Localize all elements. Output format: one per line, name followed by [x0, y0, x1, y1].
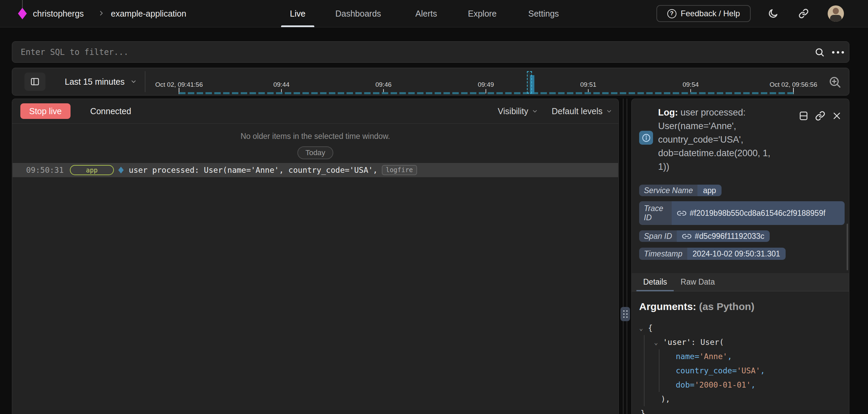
timeline-selected-bucket[interactable] — [527, 71, 532, 94]
tab-live[interactable]: Live — [290, 0, 305, 27]
info-level-icon — [639, 131, 653, 145]
today-button[interactable]: Today — [297, 146, 334, 159]
code-line: } — [639, 406, 844, 414]
chevron-down-icon — [606, 108, 612, 115]
chevron-down-icon — [532, 108, 538, 115]
divider — [145, 71, 145, 92]
time-range-selector[interactable]: Last 15 minutes — [65, 68, 137, 95]
tab-details[interactable]: Details — [636, 273, 674, 291]
code-line: ), — [639, 392, 844, 406]
stop-live-button[interactable]: Stop live — [20, 103, 71, 119]
code-token: 'Anne' — [699, 352, 727, 361]
code-line: { — [639, 321, 844, 335]
timeline-tick-label: 09:51 — [580, 81, 596, 88]
timeline-tick-label: 09:49 — [478, 81, 494, 88]
trace-id-label: Trace ID — [639, 201, 672, 225]
copy-link-icon[interactable] — [815, 110, 826, 121]
arguments-heading-text: Arguments: — [639, 301, 696, 312]
service-name-value: app — [697, 185, 721, 196]
live-panel-header: Stop live Connected Visibility Default l… — [12, 99, 618, 124]
log-message: user processed: User(name='Anne', countr… — [129, 166, 378, 174]
trace-id-pill[interactable]: Trace ID #f2019b98b550cd8a61546c2f918895… — [639, 201, 845, 225]
code-token: : — [691, 338, 701, 347]
zoom-in-icon[interactable] — [828, 75, 842, 89]
dark-mode-toggle[interactable] — [766, 7, 780, 20]
code-line: 'user' : User( — [639, 335, 844, 349]
detail-title-label: Log: — [658, 107, 678, 118]
timeline-tick-label: Oct 02, 09:41:56 — [155, 81, 203, 88]
connection-status: Connected — [90, 106, 131, 116]
timestamp-label: Timestamp — [639, 248, 687, 260]
collapse-chevron-icon[interactable] — [639, 324, 648, 332]
chevron-down-icon — [130, 78, 137, 85]
log-row-selected[interactable]: 09:50:31 app user processed: User(name='… — [13, 163, 618, 177]
splitter-rail — [627, 99, 627, 414]
sql-filter-input[interactable] — [12, 42, 784, 62]
default-levels-label: Default levels — [552, 106, 603, 116]
live-log-panel: Stop live Connected Visibility Default l… — [12, 99, 619, 414]
timeline-activity-baseline — [179, 92, 793, 94]
code-token: country_code= — [676, 366, 737, 375]
logfire-live-page: christophergs example-application Live D… — [0, 0, 868, 414]
code-token: } — [640, 409, 645, 414]
arguments-heading-suffix: (as Python) — [699, 301, 754, 312]
timeline-tick-label: 09:44 — [273, 81, 290, 88]
code-token: name= — [676, 352, 699, 361]
tab-settings[interactable]: Settings — [528, 0, 559, 27]
tab-dashboards[interactable]: Dashboards — [335, 0, 381, 27]
code-token: , — [760, 366, 765, 375]
code-token: dob= — [676, 380, 694, 389]
collapse-chevron-icon[interactable] — [654, 338, 663, 346]
code-line: country_code= 'USA' , — [639, 364, 844, 378]
code-token: , — [751, 380, 756, 389]
moon-icon — [768, 8, 778, 19]
arguments-heading: Arguments: (as Python) — [639, 301, 754, 312]
splitter-rail — [623, 99, 624, 414]
split-view-icon[interactable] — [798, 110, 809, 121]
code-token: '2000-01-01' — [694, 380, 751, 389]
code-token: 'USA' — [737, 366, 760, 375]
span-id-pill[interactable]: Span ID #d5c996f11192033c — [639, 230, 770, 242]
close-icon[interactable] — [831, 110, 842, 121]
share-link-button[interactable] — [797, 7, 810, 20]
scrollbar-thumb[interactable] — [847, 224, 848, 270]
search-icon[interactable] — [814, 47, 825, 57]
logfire-logo-icon[interactable] — [18, 8, 27, 19]
detail-panel-actions — [798, 110, 842, 121]
top-bar: christophergs example-application Live D… — [0, 0, 868, 27]
code-token: User( — [701, 338, 724, 347]
detail-title: Log: user processed: User(name='Anne', c… — [658, 106, 783, 173]
detail-tabs: Details Raw Data — [632, 273, 849, 291]
drag-dots-icon — [623, 310, 628, 318]
tab-raw-data[interactable]: Raw Data — [674, 273, 722, 291]
visibility-dropdown[interactable]: Visibility — [498, 106, 538, 116]
timestamp-value: 2024-10-02 09:50:31.301 — [687, 248, 786, 260]
more-options-icon[interactable] — [832, 51, 844, 54]
sidebar-toggle-button[interactable] — [24, 73, 45, 91]
timestamp-pill[interactable]: Timestamp 2024-10-02 09:50:31.301 — [639, 248, 786, 260]
timeline-tick-label: 09:46 — [375, 81, 392, 88]
split-panel-icon — [30, 77, 40, 86]
service-name-pill[interactable]: Service Name app — [639, 185, 722, 196]
link-icon — [677, 209, 686, 218]
code-line: name= 'Anne' , — [639, 349, 844, 364]
code-token: , — [727, 352, 732, 361]
log-detail-panel: Log: user processed: User(name='Anne', c… — [631, 99, 849, 414]
tab-explore[interactable]: Explore — [468, 0, 497, 27]
time-range-bar: Last 15 minutes Oct 02, 09:41:56 09:44 0… — [12, 68, 849, 96]
service-badge[interactable]: app — [70, 165, 114, 175]
span-id-value: #d5c996f11192033c — [695, 232, 764, 241]
panel-resize-handle[interactable] — [620, 307, 630, 321]
user-avatar[interactable] — [828, 5, 844, 22]
tab-alerts[interactable]: Alerts — [415, 0, 437, 27]
attribute-pills: Service Name app Trace ID #f2019b98b550c… — [639, 185, 845, 263]
log-level-diamond-icon — [118, 167, 124, 173]
empty-window-message: No older items in the selected time wind… — [12, 132, 618, 141]
feedback-help-button[interactable]: ? Feedback / Help — [656, 5, 751, 22]
breadcrumb-organization[interactable]: christophergs — [33, 0, 84, 27]
scope-badge[interactable]: logfire — [382, 165, 417, 175]
timeline-tick-label: Oct 02, 09:56:56 — [770, 81, 817, 88]
default-levels-dropdown[interactable]: Default levels — [552, 106, 612, 116]
log-timestamp: 09:50:31 — [26, 166, 64, 174]
breadcrumb-project[interactable]: example-application — [111, 0, 186, 27]
